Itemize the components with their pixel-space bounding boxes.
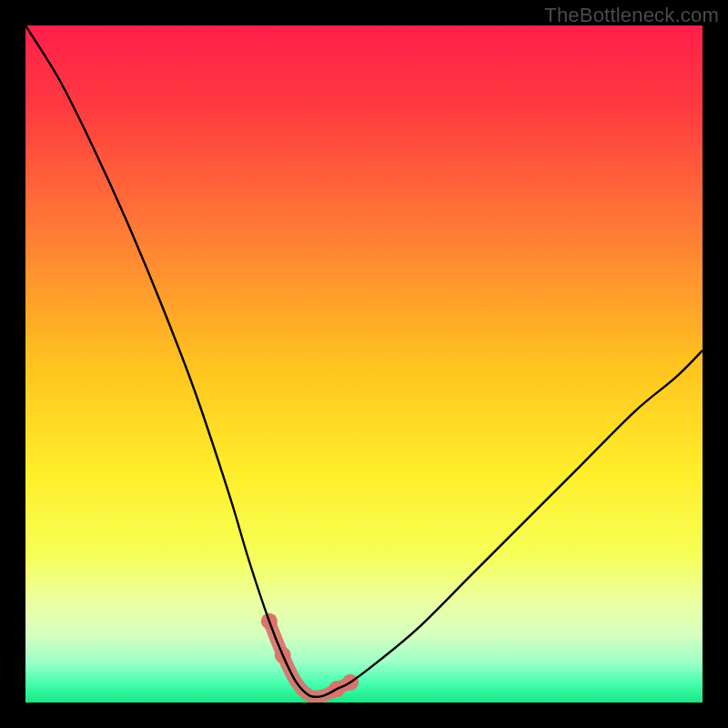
gradient-background (25, 25, 703, 703)
bottleneck-chart (0, 0, 728, 728)
watermark-text: TheBottleneck.com (544, 4, 719, 27)
chart-frame: TheBottleneck.com (0, 0, 728, 728)
